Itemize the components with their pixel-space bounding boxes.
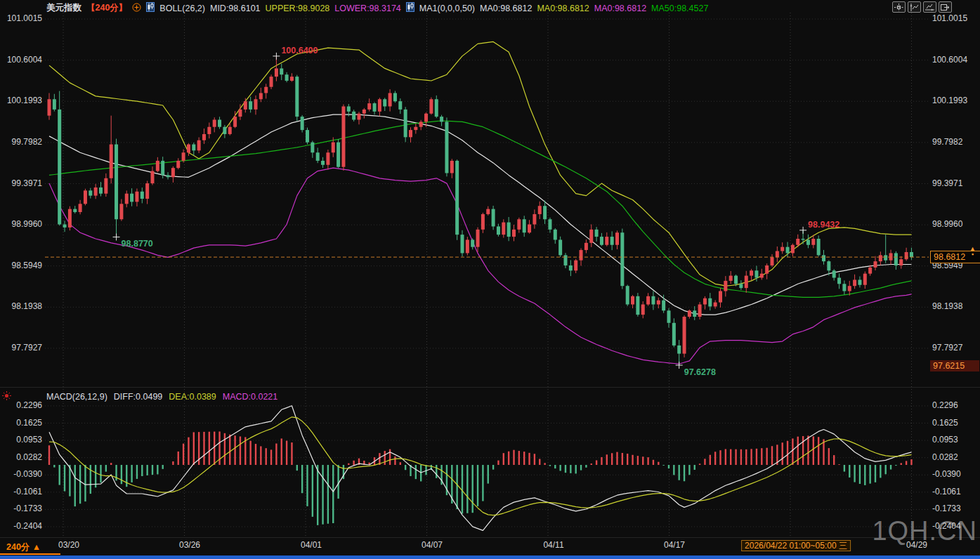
ma50-value: MA50:98.4527	[651, 4, 708, 13]
main-axis-label-right: 100.6004	[932, 55, 967, 65]
date-label: 04/29	[906, 540, 927, 550]
boll-lower-value: LOWER:98.3174	[334, 4, 401, 13]
macd-dea-value: DEA:0.0389	[169, 392, 216, 402]
pane-export-icon[interactable]	[939, 1, 952, 13]
session-low-box: 97.6215	[930, 360, 979, 371]
macd-axis-label-right: -0.1061	[932, 487, 961, 496]
macd-axis-label-right: 0.2296	[932, 401, 958, 410]
price-annotation: 100.6400	[281, 46, 318, 55]
chart-legend-bar: 美元指数 【240分】 BOLL(26,2) MID:98.6101 UPPER…	[46, 2, 708, 14]
price-annotation: 98.9432	[808, 220, 839, 230]
axis-divider	[0, 537, 980, 538]
macd-axis-label-right: -0.0390	[932, 470, 961, 479]
indicator-chart-icon[interactable]	[146, 2, 155, 14]
macd-axis-label-right: 0.0282	[932, 453, 958, 462]
add-indicator-icon[interactable]	[132, 3, 141, 14]
main-axis-label-left: 100.6004	[7, 55, 42, 65]
macd-axis-label-right: -0.1733	[932, 504, 961, 513]
main-axis-label-left: 101.0015	[7, 14, 42, 23]
alert-signal-icon[interactable]	[1, 390, 12, 404]
symbol-title: 美元指数	[46, 2, 81, 14]
pane-bottom-axis-icon[interactable]	[923, 1, 936, 13]
macd-axis-label-right: -0.2404	[932, 522, 961, 531]
ma0-value-magenta: MA0:98.6812	[594, 4, 646, 13]
main-axis-label-left: 100.1993	[7, 96, 42, 105]
price-up-arrow-icon: ▲▪	[969, 246, 976, 257]
main-axis-label-left: 98.1938	[12, 302, 42, 311]
macd-axis-label-left: 0.0282	[16, 453, 42, 462]
main-axis-label-left: 99.7982	[12, 138, 42, 147]
ma0-value-yellow: MA0:98.6812	[537, 4, 589, 13]
price-annotation: 97.6278	[684, 367, 716, 377]
macd-axis-label-left: -0.0390	[13, 470, 42, 479]
main-axis-label-right: 98.1938	[932, 302, 962, 311]
date-label: 03/20	[58, 540, 79, 550]
main-axis-label-right: 97.7927	[932, 343, 962, 353]
candlestick-chart[interactable]: 100.640098.877098.943297.6278	[0, 0, 980, 559]
boll-upper-value: UPPER:98.9028	[266, 4, 330, 13]
chart-toolbar	[892, 1, 952, 13]
ma-label: MA1(0,0,0,50)	[419, 4, 475, 13]
boll-mid-value: MID:98.6101	[210, 4, 261, 13]
main-axis-label-right: 99.7982	[932, 138, 962, 147]
crosshair-icon[interactable]	[892, 1, 906, 13]
main-axis-label-right: 98.9960	[932, 220, 962, 229]
macd-axis-label-left: 0.2296	[16, 401, 42, 410]
main-axis-label-left: 99.3971	[12, 179, 42, 188]
date-label: 04/01	[301, 540, 322, 550]
macd-axis-label-right: 0.0953	[932, 435, 958, 445]
active-period-tab[interactable]: 240分 ▲	[6, 541, 41, 553]
pane-divider	[0, 387, 980, 388]
indicator-chart-icon[interactable]	[406, 2, 414, 14]
main-axis-label-left: 98.5949	[12, 261, 42, 270]
date-label: 04/17	[664, 540, 685, 550]
boll-label: BOLL(26,2)	[159, 4, 205, 13]
main-axis-label-left: 98.9960	[12, 220, 42, 229]
ma0-value-white: MA0:98.6812	[480, 4, 532, 13]
price-annotation: 98.8770	[122, 239, 153, 249]
macd-axis-label-left: -0.1733	[13, 504, 42, 513]
macd-macd-value: MACD:0.0221	[223, 392, 278, 402]
macd-axis-label-left: -0.2404	[13, 522, 42, 531]
date-label: 04/07	[422, 540, 443, 550]
bottom-accent-bar	[0, 555, 980, 559]
macd-axis-label-right: 0.1625	[932, 419, 958, 428]
trading-terminal: 100.640098.877098.943297.6278 美元指数 【240分…	[0, 0, 980, 559]
macd-legend-bar: MACD(26,12,9) DIFF:0.0499 DEA:0.0389 MAC…	[46, 392, 277, 402]
main-axis-label-right: 101.0015	[932, 14, 967, 23]
macd-axis-label-left: -0.1061	[13, 487, 42, 496]
date-label: 03/26	[179, 540, 200, 550]
macd-diff-value: DIFF:0.0499	[114, 392, 162, 402]
period-label[interactable]: 【240分】	[86, 2, 127, 14]
macd-axis-label-left: 0.1625	[16, 419, 42, 428]
selected-date-label: 2026/04/22 01:00~05:00 三	[741, 540, 851, 551]
main-axis-label-left: 97.7927	[12, 343, 42, 353]
pane-left-axis-icon[interactable]	[908, 1, 921, 13]
main-axis-label-right: 100.1993	[932, 96, 967, 105]
active-period-underline	[0, 553, 60, 555]
macd-label: MACD(26,12,9)	[46, 392, 107, 402]
main-axis-label-right: 99.3971	[932, 179, 962, 188]
macd-axis-label-left: 0.0953	[16, 435, 42, 445]
date-label: 04/11	[543, 540, 563, 550]
